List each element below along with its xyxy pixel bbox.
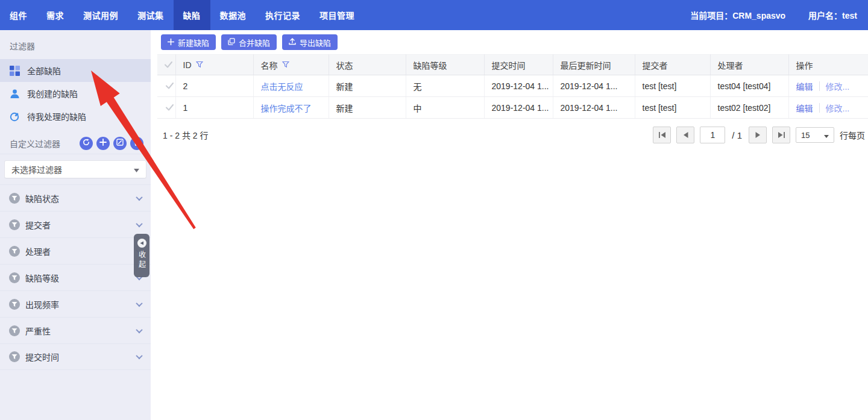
sidebar-item-label: 我创建的缺陷 bbox=[27, 87, 78, 99]
filter-group-frequency[interactable]: 出现频率 bbox=[0, 290, 151, 317]
filter-group-defect-status[interactable]: 缺陷状态 bbox=[0, 184, 151, 211]
refresh-filter-button[interactable] bbox=[80, 137, 93, 150]
column-header-submit-time[interactable]: 提交时间 bbox=[484, 55, 553, 75]
caret-down-icon bbox=[134, 165, 139, 174]
nav-item-test-cases[interactable]: 测试用例 bbox=[74, 0, 128, 30]
column-header-handler[interactable]: 处理者 bbox=[710, 55, 788, 75]
dropdown-value: 未选择过滤器 bbox=[11, 163, 62, 175]
row-range-label: 1 - 2 共 2 行 bbox=[163, 129, 208, 141]
total-pages-label: / 1 bbox=[732, 130, 742, 140]
new-defect-button[interactable]: 新建缺陷 bbox=[161, 34, 216, 50]
export-defects-button[interactable]: 导出缺陷 bbox=[282, 34, 338, 50]
nav-item-execution-records[interactable]: 执行记录 bbox=[256, 0, 310, 30]
last-page-button[interactable] bbox=[772, 127, 790, 143]
check-icon bbox=[166, 103, 174, 113]
trash-icon bbox=[133, 139, 140, 148]
filter-group-defect-level[interactable]: 缺陷等级 bbox=[0, 264, 151, 290]
nav-item-test-sets[interactable]: 测试集 bbox=[128, 0, 174, 30]
column-header-update-time[interactable]: 最后更新时间 bbox=[553, 55, 635, 75]
table-row: 1 操作完成不了 新建 中 2019-12-04 1... 2019-12-04… bbox=[157, 97, 868, 119]
funnel-icon bbox=[9, 193, 20, 204]
nav-item-data-pool[interactable]: 数据池 bbox=[210, 0, 256, 30]
column-header-name[interactable]: 名称 bbox=[253, 55, 329, 75]
custom-filter-dropdown[interactable]: 未选择过滤器 bbox=[4, 160, 146, 178]
check-icon bbox=[165, 60, 172, 70]
sidebar-item-my-created-defects[interactable]: 我创建的缺陷 bbox=[0, 82, 151, 105]
main-content: 新建缺陷 合并缺陷 导出缺陷 bbox=[151, 30, 868, 420]
column-header-id[interactable]: ID bbox=[175, 55, 253, 75]
username-label: 用户名：test bbox=[808, 9, 857, 21]
filter-group-label: 缺陷等级 bbox=[25, 272, 59, 284]
refresh-icon bbox=[83, 139, 90, 148]
filter-group-submit-time[interactable]: 提交时间 bbox=[0, 343, 151, 370]
sidebar-item-label: 全部缺陷 bbox=[27, 64, 61, 77]
column-filter-icon[interactable] bbox=[196, 60, 203, 70]
collapse-arrow-icon bbox=[137, 239, 146, 248]
chevron-down-icon bbox=[136, 326, 142, 333]
page-number-input[interactable] bbox=[700, 127, 725, 143]
filter-group-label: 提交者 bbox=[25, 219, 51, 231]
filter-group-label: 出现频率 bbox=[25, 298, 59, 310]
add-filter-button[interactable] bbox=[96, 137, 110, 150]
filter-group-severity[interactable]: 严重性 bbox=[0, 317, 151, 343]
check-icon bbox=[166, 81, 174, 91]
cell-submit-time: 2019-12-04 1... bbox=[484, 75, 553, 97]
plus-icon bbox=[168, 38, 174, 47]
nav-item-defects[interactable]: 缺陷 bbox=[174, 0, 210, 30]
pagination-bar: 1 - 2 共 2 行 / 1 15 bbox=[151, 124, 868, 146]
edit-link[interactable]: 编辑 bbox=[796, 102, 813, 114]
page-size-select[interactable]: 15 bbox=[796, 127, 834, 143]
cell-status: 新建 bbox=[329, 97, 406, 119]
funnel-icon bbox=[9, 246, 20, 257]
column-filter-icon[interactable] bbox=[282, 60, 289, 70]
cell-id: 2 bbox=[175, 75, 253, 97]
next-page-button[interactable] bbox=[749, 127, 767, 143]
sidebar-item-all-defects[interactable]: 全部缺陷 bbox=[0, 59, 151, 82]
funnel-icon bbox=[9, 351, 20, 362]
cell-level: 中 bbox=[406, 97, 484, 119]
first-page-button[interactable] bbox=[653, 127, 671, 143]
merge-copy-icon bbox=[228, 38, 235, 47]
funnel-icon bbox=[9, 272, 20, 283]
prev-page-icon bbox=[683, 132, 688, 138]
sidebar-collapse-button[interactable]: 收起 bbox=[134, 234, 149, 277]
cell-id: 1 bbox=[175, 97, 253, 119]
rows-per-page-label: 行每页 bbox=[840, 129, 865, 141]
custom-filter-label: 自定义过滤器 bbox=[10, 137, 76, 149]
modify-link[interactable]: 修改... bbox=[826, 102, 850, 114]
first-page-icon bbox=[658, 132, 666, 138]
column-header-status[interactable]: 状态 bbox=[329, 55, 406, 75]
column-header-level[interactable]: 缺陷等级 bbox=[406, 55, 484, 75]
edit-link[interactable]: 编辑 bbox=[796, 80, 813, 92]
nav-item-project-management[interactable]: 项目管理 bbox=[310, 0, 364, 30]
toolbar: 新建缺陷 合并缺陷 导出缺陷 bbox=[151, 30, 868, 54]
defect-name-link[interactable]: 点击无反应 bbox=[261, 82, 303, 92]
delete-filter-button[interactable] bbox=[130, 137, 143, 150]
sidebar-item-pending-defects[interactable]: 待我处理的缺陷 bbox=[0, 105, 151, 128]
cell-handler: test02 [test02] bbox=[710, 97, 788, 119]
top-navbar: 组件 需求 测试用例 测试集 缺陷 数据池 执行记录 项目管理 当前项目：CRM… bbox=[0, 0, 868, 30]
export-upload-icon bbox=[289, 38, 296, 47]
merge-defects-button[interactable]: 合并缺陷 bbox=[221, 34, 277, 50]
collapse-label: 收起 bbox=[137, 251, 147, 270]
cell-status: 新建 bbox=[329, 75, 406, 97]
chevron-down-icon bbox=[136, 299, 142, 306]
row-checkbox[interactable] bbox=[157, 97, 175, 119]
select-all-checkbox[interactable] bbox=[157, 55, 175, 75]
custom-filter-header: 自定义过滤器 bbox=[0, 133, 151, 154]
filter-group-handler[interactable]: 处理者 bbox=[0, 237, 151, 264]
nav-item-components[interactable]: 组件 bbox=[0, 0, 37, 30]
edit-filter-button[interactable] bbox=[113, 137, 127, 150]
row-checkbox[interactable] bbox=[157, 75, 175, 97]
grid-icon bbox=[10, 66, 20, 76]
nav-item-requirements[interactable]: 需求 bbox=[37, 0, 74, 30]
funnel-icon bbox=[9, 299, 20, 310]
prev-page-button[interactable] bbox=[676, 127, 694, 143]
cell-level: 无 bbox=[406, 75, 484, 97]
column-header-submitter[interactable]: 提交者 bbox=[635, 55, 710, 75]
edit-icon bbox=[116, 139, 124, 148]
modify-link[interactable]: 修改... bbox=[826, 80, 850, 92]
defect-name-link[interactable]: 操作完成不了 bbox=[261, 104, 312, 113]
filter-group-submitter[interactable]: 提交者 bbox=[0, 211, 151, 237]
table-header-row: ID 名称 状态 缺陷等级 提交时间 最后更新时间 提交者 处理者 bbox=[157, 55, 868, 75]
